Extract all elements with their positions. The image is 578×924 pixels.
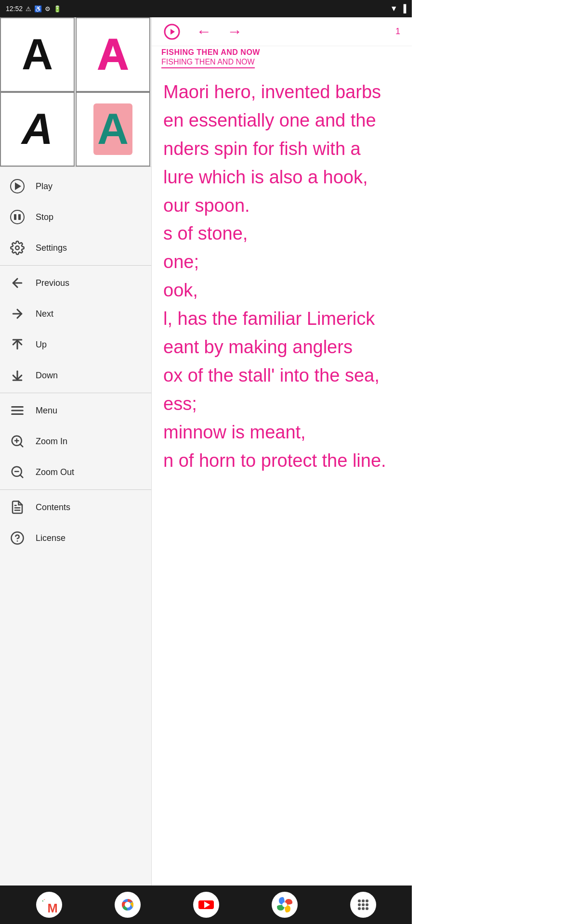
reader-line: ook,	[163, 276, 400, 305]
pause-bar-2	[18, 214, 21, 220]
reader-text: Maori hero, invented barbsen essentially…	[163, 78, 400, 475]
book-title-bar: FISHING THEN AND NOW FISHING THEN AND NO…	[152, 46, 412, 68]
zoom-out-icon	[9, 463, 26, 481]
menu-item-down[interactable]: Down	[0, 360, 151, 391]
alert-icon: ⚠	[26, 5, 31, 13]
signal-icon: ▐	[401, 4, 406, 13]
svg-point-40	[358, 907, 361, 910]
gmail-app-icon[interactable]: M	[36, 892, 62, 918]
play-label: Play	[36, 181, 53, 192]
status-bar: 12:52 ⚠ ♿ ⚙ 🔋 ▼ ▐	[0, 0, 412, 17]
menu-label: Menu	[36, 406, 57, 416]
menu-item-zoom-out[interactable]: Zoom Out	[0, 457, 151, 488]
zoom-in-icon	[9, 433, 26, 450]
page-number: 1	[395, 26, 400, 37]
reader-line: our spoon.	[163, 192, 400, 220]
battery-icon: 🔋	[53, 5, 61, 13]
svg-point-39	[366, 903, 368, 906]
svg-line-15	[20, 475, 23, 477]
license-label: License	[36, 533, 66, 543]
menu-item-stop[interactable]: Stop	[0, 202, 151, 232]
reader-toolbar: ← → 1	[152, 17, 412, 46]
arrow-up-icon	[9, 336, 26, 353]
bottom-bar: M	[0, 886, 412, 924]
arrow-down-icon	[9, 367, 26, 384]
main-layout: A A A A Play	[0, 17, 412, 886]
reader-next-button[interactable]: →	[227, 23, 242, 40]
svg-point-36	[366, 899, 368, 902]
pause-circle	[10, 210, 25, 224]
reader-play-button[interactable]	[163, 23, 181, 40]
play-triangle	[15, 182, 21, 190]
zoom-out-label: Zoom Out	[36, 467, 74, 477]
stop-label: Stop	[36, 212, 53, 222]
menu-item-up[interactable]: Up	[0, 329, 151, 360]
font-a-pink-outline: A	[97, 30, 129, 79]
up-label: Up	[36, 340, 47, 350]
font-cell-1[interactable]: A	[0, 17, 75, 92]
reader-line: l, has the familiar Limerick	[163, 305, 400, 333]
down-label: Down	[36, 371, 58, 381]
reader-line: n of horn to protect the line.	[163, 447, 400, 475]
settings-status-icon: ⚙	[45, 5, 51, 13]
status-right: ▼ ▐	[390, 4, 406, 13]
font-a-black-bold: A	[22, 104, 53, 154]
contents-label: Contents	[36, 502, 70, 513]
svg-point-38	[362, 903, 365, 906]
toolbar-nav: ← →	[163, 23, 242, 40]
svg-text:M: M	[47, 901, 57, 913]
font-a-teal-pink-bg: A	[93, 103, 132, 155]
svg-line-11	[20, 444, 23, 447]
svg-point-0	[15, 246, 19, 250]
status-time: 12:52	[6, 5, 23, 13]
menu-item-zoom-in[interactable]: Zoom In	[0, 426, 151, 457]
accessibility-icon: ♿	[34, 5, 42, 13]
play-icon	[9, 178, 26, 195]
svg-point-42	[366, 907, 368, 910]
reader-prev-button[interactable]: ←	[196, 23, 211, 40]
menu-item-play[interactable]: Play	[0, 171, 151, 202]
menu-item-license[interactable]: License	[0, 523, 151, 553]
menu-item-settings[interactable]: Settings	[0, 232, 151, 263]
gear-icon	[9, 239, 26, 257]
reader-line: Maori hero, invented barbs	[163, 78, 400, 106]
settings-label: Settings	[36, 243, 67, 253]
reader-line: eant by making anglers	[163, 333, 400, 361]
youtube-app-icon[interactable]	[193, 892, 219, 918]
chrome-app-icon[interactable]	[115, 892, 141, 918]
pause-icon	[9, 208, 26, 226]
separator-2	[0, 393, 151, 393]
menu-list: Play Stop	[0, 167, 151, 886]
svg-point-37	[358, 903, 361, 906]
wifi-icon: ▼	[390, 4, 398, 13]
menu-item-next[interactable]: Next	[0, 298, 151, 329]
menu-item-previous[interactable]: Previous	[0, 268, 151, 298]
menu-item-menu[interactable]: Menu	[0, 395, 151, 426]
font-grid: A A A A	[0, 17, 151, 167]
font-cell-3[interactable]: A	[0, 92, 75, 167]
app-drawer-icon[interactable]	[350, 892, 376, 918]
left-panel: A A A A Play	[0, 17, 152, 886]
font-a-black: A	[22, 30, 53, 79]
play-circle	[10, 179, 25, 193]
zoom-in-label: Zoom In	[36, 436, 67, 447]
next-label: Next	[36, 309, 53, 319]
font-cell-2[interactable]: A	[76, 17, 150, 92]
photos-app-icon[interactable]	[272, 892, 298, 918]
reader-line: lure which is also a hook,	[163, 163, 400, 192]
font-cell-4[interactable]: A	[76, 92, 150, 167]
reader-line: minnow is meant,	[163, 418, 400, 447]
book-title-sub: FISHING THEN AND NOW	[161, 58, 255, 68]
svg-point-35	[362, 899, 365, 902]
right-panel: ← → 1 FISHING THEN AND NOW FISHING THEN …	[152, 17, 412, 886]
reader-line: en essentially one and the	[163, 106, 400, 135]
svg-point-32	[282, 902, 287, 907]
license-icon	[9, 529, 26, 547]
previous-label: Previous	[36, 278, 69, 288]
menu-icon	[9, 402, 26, 419]
status-left: 12:52 ⚠ ♿ ⚙ 🔋	[6, 5, 61, 13]
svg-marker-22	[171, 29, 175, 35]
menu-item-contents[interactable]: Contents	[0, 492, 151, 523]
separator-3	[0, 489, 151, 490]
reader-line: ox of the stall' into the sea,	[163, 361, 400, 390]
